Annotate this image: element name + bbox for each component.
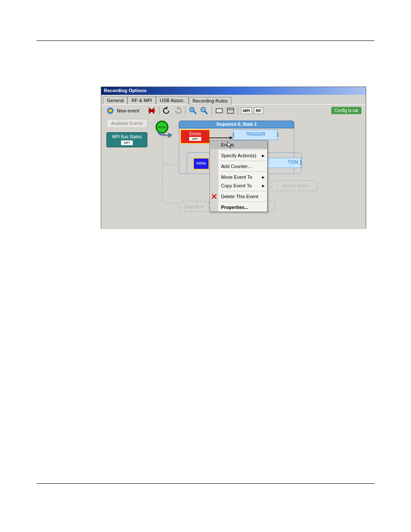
event-tag: MPI — [121, 140, 132, 145]
menu-item-move-event[interactable]: Move Event To ▶ — [210, 173, 267, 181]
svg-line-10 — [205, 111, 207, 114]
separator — [185, 106, 186, 115]
tab-recording-rules[interactable]: Recording Rules — [189, 97, 231, 105]
view-icon-2[interactable] — [226, 106, 235, 115]
tab-usb-assoc[interactable]: USB Assoc. — [156, 96, 189, 104]
delete-icon — [211, 193, 217, 199]
config-status: Config is val — [331, 107, 361, 114]
trigger-action[interactable]: TRIGGER ❯ ❮ — [233, 130, 278, 140]
svg-rect-14 — [227, 108, 234, 113]
window-titlebar: Recording Options — [101, 87, 366, 95]
new-event-icon[interactable] — [106, 106, 115, 115]
mpi-badge[interactable]: MPI — [241, 107, 252, 114]
menu-item-copy-event[interactable]: Copy Event To ▶ — [210, 181, 267, 190]
rf-badge[interactable]: RF — [254, 107, 263, 114]
submenu-arrow-icon: ▶ — [262, 184, 265, 188]
submenu-arrow-icon: ▶ — [262, 175, 265, 179]
menu-item-properties[interactable]: Properties... — [210, 203, 267, 212]
svg-line-6 — [193, 111, 196, 114]
menu-label: Delete This Event — [221, 194, 258, 199]
cursor-icon — [227, 141, 233, 149]
errors-tag: MPI — [189, 137, 201, 141]
tab-bar: General RF & MPI USB Assoc. Recording Ru… — [101, 95, 366, 104]
available-events-panel: Available Events MPI Bus States MPI — [106, 119, 147, 147]
page-top-rule — [37, 40, 374, 41]
new-event-label[interactable]: New event — [117, 108, 139, 113]
menu-separator — [220, 171, 266, 172]
action-block[interactable]: TION ❯ — [266, 158, 301, 168]
redo-icon — [173, 106, 183, 115]
separator — [159, 106, 159, 115]
submenu-arrow-icon: ▶ — [262, 154, 265, 158]
svg-point-1 — [109, 109, 112, 112]
menu-label: Move Event To — [221, 174, 252, 180]
flow-arrow — [157, 131, 172, 139]
errors-event-block[interactable]: Errors MPI — [180, 129, 210, 144]
tab-general[interactable]: General — [103, 96, 128, 104]
menu-separator — [220, 161, 266, 161]
svg-rect-13 — [217, 109, 221, 112]
view-icon-1[interactable] — [215, 106, 224, 115]
menu-separator — [220, 202, 266, 202]
add-state-placeholder[interactable]: another state — [271, 180, 318, 191]
errors-label: Errors — [189, 131, 201, 136]
event-context-menu: Errors Specify Action(s) ▶ Add Counter..… — [209, 140, 268, 212]
delete-icon[interactable] — [147, 106, 156, 115]
separator — [238, 106, 238, 115]
page-bottom-rule — [37, 483, 374, 484]
zoom-in-icon[interactable] — [188, 106, 198, 115]
trigger-connector — [209, 134, 233, 137]
menu-separator — [220, 191, 266, 191]
menu-item-add-counter[interactable]: Add Counter... — [210, 162, 267, 171]
undo-icon[interactable] — [162, 106, 171, 115]
svg-marker-17 — [230, 136, 233, 140]
tab-rf-mpi[interactable]: RF & MPI — [128, 96, 156, 104]
drag-event-placeholder[interactable]: Drag an ev — [179, 201, 209, 212]
connector-line — [161, 134, 179, 207]
menu-label: Specify Action(s) — [221, 153, 256, 158]
available-events-header: Available Events — [106, 119, 147, 128]
action-label: TION — [288, 160, 298, 165]
toolbar: New event MPI RF Config is val — [101, 104, 366, 116]
sequence-header[interactable]: Sequence 0, State 1 — [179, 121, 294, 128]
rules-canvas: Available Events MPI Bus States MPI RUN … — [101, 116, 366, 229]
event-label: MPI Bus States — [112, 134, 142, 139]
mpi-bus-states-event[interactable]: MPI Bus States MPI — [106, 132, 147, 147]
menu-label: Copy Event To — [221, 183, 252, 188]
wimedia-event-block[interactable]: WiMe — [193, 158, 209, 170]
trigger-label: TRIGGER — [246, 132, 265, 137]
recording-options-window: Recording Options General RF & MPI USB A… — [101, 87, 366, 229]
chevron-right-icon: ❯ — [276, 132, 279, 137]
zoom-out-icon[interactable] — [199, 106, 209, 115]
chevron-right-icon: ❯ — [299, 160, 302, 165]
separator — [212, 106, 212, 115]
menu-item-specify-actions[interactable]: Specify Action(s) ▶ — [210, 151, 267, 160]
chevron-left-icon: ❮ — [232, 132, 235, 137]
menu-item-errors[interactable]: Errors — [210, 140, 267, 149]
menu-item-delete-event[interactable]: Delete This Event — [210, 192, 267, 201]
menu-separator — [220, 150, 266, 150]
